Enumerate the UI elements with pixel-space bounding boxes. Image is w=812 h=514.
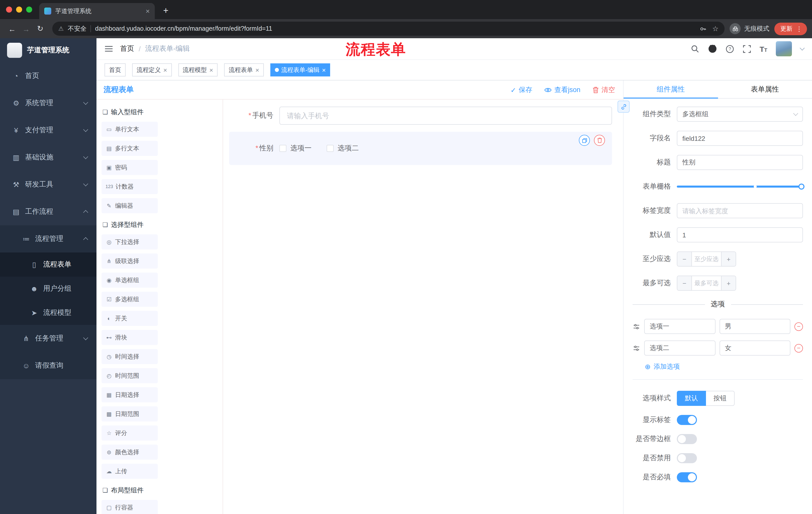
palette-item-time-range[interactable]: ◴时间范围: [102, 368, 158, 383]
tab-component-props[interactable]: 组件属性: [624, 80, 718, 98]
increase-icon[interactable]: +: [722, 276, 736, 290]
bookmark-star-icon[interactable]: ☆: [712, 25, 719, 33]
add-option-button[interactable]: ⊕ 添加选项: [645, 362, 803, 371]
close-window-button[interactable]: [6, 6, 12, 12]
url-text[interactable]: dashboard.yudao.iocoder.cn/bpm/manager/f…: [95, 25, 696, 32]
canvas-item-gender-selected[interactable]: *性别 选项一 选项二: [229, 132, 612, 165]
title-input[interactable]: [677, 155, 803, 170]
save-button[interactable]: ✓ 保存: [511, 85, 532, 94]
tag-close-icon[interactable]: ×: [322, 66, 326, 73]
help-icon[interactable]: ?: [725, 45, 734, 53]
palette-item-upload[interactable]: ☁上传: [102, 464, 158, 479]
style-button-button[interactable]: 按钮: [706, 391, 735, 406]
slider-handle[interactable]: [799, 184, 805, 190]
tag-process-form[interactable]: 流程表单 ×: [224, 63, 264, 77]
sidebar-item-system[interactable]: ⚙ 系统管理: [0, 89, 96, 117]
palette-item-rate[interactable]: ☆评分: [102, 426, 158, 440]
palette-item-editor[interactable]: ✎编辑器: [102, 198, 158, 213]
increase-icon[interactable]: +: [722, 252, 736, 266]
sidebar-item-process-model[interactable]: ➤ 流程模型: [0, 301, 96, 325]
palette-item-single-line-text[interactable]: ▭单行文本: [102, 122, 158, 137]
palette-item-date-range[interactable]: ▩日期范围: [102, 406, 158, 422]
decrease-icon[interactable]: −: [677, 252, 691, 266]
palette-item-password[interactable]: ▣密码: [102, 160, 158, 175]
remove-option-icon[interactable]: −: [794, 322, 803, 331]
user-avatar[interactable]: [776, 41, 792, 56]
palette-item-time-picker[interactable]: ◷时间选择: [102, 349, 158, 364]
palette-item-slider[interactable]: ⊷滑块: [102, 330, 158, 345]
new-tab-button[interactable]: +: [159, 3, 173, 18]
field-name-input[interactable]: [677, 131, 803, 146]
decrease-icon[interactable]: −: [677, 276, 691, 290]
password-key-icon[interactable]: [700, 25, 707, 32]
label-width-input[interactable]: [677, 203, 803, 218]
tag-home[interactable]: 首页: [105, 63, 126, 77]
palette-item-date-picker[interactable]: ▦日期选择: [102, 387, 158, 402]
sidebar-item-user-group[interactable]: ☻ 用户分组: [0, 277, 96, 301]
option-value-input[interactable]: [719, 341, 790, 356]
sidebar-item-workflow[interactable]: ▤ 工作流程: [0, 198, 96, 225]
palette-item-select[interactable]: ◎下拉选择: [102, 234, 158, 249]
show-label-toggle[interactable]: [677, 415, 697, 425]
sidebar-item-payment[interactable]: ¥ 支付管理: [0, 117, 96, 144]
tag-process-model[interactable]: 流程模型 ×: [178, 63, 218, 77]
form-canvas[interactable]: *手机号 *性别 选项一: [223, 100, 623, 514]
sidebar-item-process-management[interactable]: ≔ 流程管理: [0, 225, 96, 252]
tag-close-icon[interactable]: ×: [255, 66, 259, 73]
forward-icon[interactable]: →: [19, 22, 33, 36]
option-name-input[interactable]: [644, 319, 715, 334]
phone-input[interactable]: [279, 107, 612, 125]
avatar-caret-icon[interactable]: [800, 46, 805, 51]
browser-menu-icon[interactable]: ⋮: [796, 25, 803, 32]
palette-item-switch[interactable]: ◐开关: [102, 311, 158, 326]
palette-item-counter[interactable]: 123计数器: [102, 179, 158, 194]
clear-button[interactable]: 清空: [592, 85, 615, 94]
palette-item-radio-group[interactable]: ◉单选框组: [102, 273, 158, 288]
drag-handle-icon[interactable]: [633, 344, 640, 352]
tag-close-icon[interactable]: ×: [163, 66, 167, 73]
component-type-select[interactable]: 多选框组: [677, 107, 803, 122]
breadcrumb-home[interactable]: 首页: [120, 44, 134, 53]
style-default-button[interactable]: 默认: [677, 391, 706, 406]
palette-item-checkbox-group[interactable]: ☑多选框组: [102, 292, 158, 307]
link-handle-icon[interactable]: [617, 101, 630, 113]
palette-item-cascader[interactable]: ⋔级联选择: [102, 253, 158, 269]
tag-process-definition[interactable]: 流程定义 ×: [132, 63, 172, 77]
palette-item-color-picker[interactable]: ⊚颜色选择: [102, 444, 158, 460]
sidebar-logo[interactable]: 芋道管理系统: [0, 38, 96, 62]
minimize-window-button[interactable]: [16, 6, 22, 12]
tag-process-form-edit[interactable]: 流程表单-编辑 ×: [270, 63, 330, 77]
drag-handle-icon[interactable]: [633, 323, 640, 330]
with-border-toggle[interactable]: [677, 434, 697, 444]
required-toggle[interactable]: [677, 472, 697, 482]
option-value-input[interactable]: [719, 319, 790, 334]
default-value-input[interactable]: [677, 227, 803, 242]
remove-option-icon[interactable]: −: [794, 344, 803, 352]
github-icon[interactable]: [708, 44, 717, 53]
sidebar-item-devtools[interactable]: ⚒ 研发工具: [0, 171, 96, 198]
sidebar-item-home[interactable]: ◔ 首页: [0, 62, 96, 89]
view-json-button[interactable]: 查看json: [544, 85, 580, 94]
zoom-window-button[interactable]: [26, 6, 32, 12]
browser-tab[interactable]: 芋道管理系统 ×: [39, 3, 155, 19]
disabled-toggle[interactable]: [677, 453, 697, 463]
tab-form-props[interactable]: 表单属性: [718, 80, 812, 98]
max-select-input[interactable]: 最多可选: [691, 276, 722, 290]
gender-option1-checkbox[interactable]: 选项一: [279, 144, 312, 153]
font-size-icon[interactable]: TT: [759, 45, 767, 53]
sidebar-item-process-form[interactable]: ▯ 流程表单: [0, 252, 96, 277]
sidebar-item-leave-query[interactable]: ☺ 请假查询: [0, 352, 96, 379]
address-bar[interactable]: ⚠ 不安全 dashboard.yudao.iocoder.cn/bpm/man…: [52, 22, 725, 36]
canvas-item-phone[interactable]: *手机号: [229, 107, 612, 125]
tab-close-icon[interactable]: ×: [146, 7, 150, 15]
gender-option2-checkbox[interactable]: 选项二: [327, 144, 359, 153]
palette-item-row-container[interactable]: ▢行容器: [102, 500, 158, 514]
grid-slider[interactable]: [677, 179, 803, 194]
palette-item-multi-line-text[interactable]: ▤多行文本: [102, 141, 158, 156]
tag-close-icon[interactable]: ×: [209, 66, 213, 73]
search-icon[interactable]: [691, 45, 699, 53]
back-icon[interactable]: ←: [5, 22, 19, 36]
sidebar-toggle-icon[interactable]: [105, 45, 113, 52]
copy-component-button[interactable]: [579, 135, 590, 146]
min-select-input[interactable]: 至少应选: [691, 252, 722, 266]
